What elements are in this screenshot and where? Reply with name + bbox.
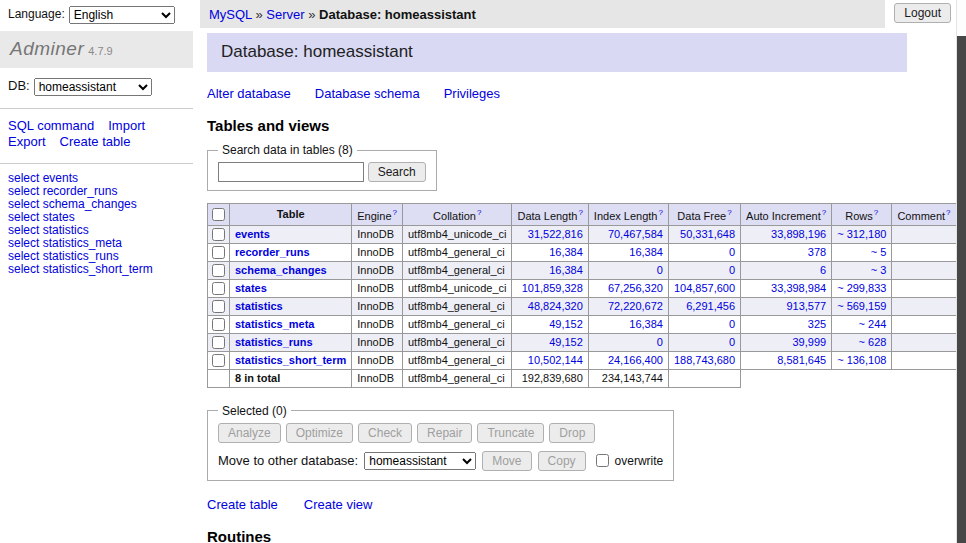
auto-increment-link[interactable]: 33,898,196 [771, 228, 826, 240]
index-length-link[interactable]: 16,384 [629, 246, 663, 258]
auto-increment-link[interactable]: 39,999 [793, 336, 827, 348]
table-name-link[interactable]: recorder_runs [235, 246, 310, 258]
auto-increment-link[interactable]: 378 [808, 246, 826, 258]
sidebar-table-link[interactable]: select schema_changes [8, 197, 137, 211]
sidebar-action-create-table[interactable]: Create table [60, 134, 131, 149]
index-length-link[interactable]: 72,220,672 [608, 300, 663, 312]
data-length-link[interactable]: 101,859,328 [522, 282, 583, 294]
data-length-link[interactable]: 31,522,816 [528, 228, 583, 240]
sidebar-table-link[interactable]: select statistics_meta [8, 236, 122, 250]
data-length-link[interactable]: 16,384 [549, 246, 583, 258]
rows-link[interactable]: ~ 3 [871, 264, 887, 276]
index-length-link[interactable]: 70,467,584 [608, 228, 663, 240]
column-help-link[interactable]: ? [874, 208, 878, 217]
check-button[interactable]: Check [358, 423, 412, 443]
rows-link[interactable]: ~ 244 [859, 318, 887, 330]
column-help-link[interactable]: ? [822, 208, 826, 217]
column-help-link[interactable]: ? [727, 208, 731, 217]
copy-button[interactable]: Copy [538, 451, 586, 471]
db-select[interactable]: homeassistant [34, 78, 152, 96]
row-checkbox[interactable] [212, 228, 225, 241]
column-help-link[interactable]: ? [658, 208, 662, 217]
column-help-link[interactable]: ? [946, 208, 950, 217]
data-free-link[interactable]: 0 [729, 336, 735, 348]
search-button[interactable]: Search [368, 162, 426, 182]
overwrite-checkbox[interactable] [596, 454, 609, 467]
auto-increment-link[interactable]: 913,577 [786, 300, 826, 312]
table-name-link[interactable]: statistics [235, 300, 283, 312]
data-free-link[interactable]: 0 [729, 264, 735, 276]
data-length-link[interactable]: 10,502,144 [528, 354, 583, 366]
privileges-link[interactable]: Privileges [444, 86, 500, 101]
table-name-link[interactable]: statistics_meta [235, 318, 315, 330]
table-name-link[interactable]: schema_changes [235, 264, 327, 276]
data-length-link[interactable]: 48,824,320 [528, 300, 583, 312]
sidebar-table-link[interactable]: select recorder_runs [8, 184, 117, 198]
rows-link[interactable]: ~ 5 [871, 246, 887, 258]
sidebar-table-link[interactable]: select statistics_short_term [8, 262, 153, 276]
row-checkbox[interactable] [212, 282, 225, 295]
sidebar-action-sql-command[interactable]: SQL command [8, 118, 94, 133]
row-checkbox[interactable] [212, 336, 225, 349]
sidebar-table-link[interactable]: select statistics [8, 223, 89, 237]
data-length-link[interactable]: 49,152 [549, 336, 583, 348]
sidebar-table-link[interactable]: select states [8, 210, 75, 224]
sidebar-table-link[interactable]: select events [8, 171, 78, 185]
scrollbar[interactable] [956, 0, 966, 543]
table-name-link[interactable]: states [235, 282, 267, 294]
data-free-link[interactable]: 188,743,680 [674, 354, 735, 366]
data-length-link[interactable]: 16,384 [549, 264, 583, 276]
data-length-link[interactable]: 49,152 [549, 318, 583, 330]
column-help-link[interactable]: ? [578, 208, 582, 217]
language-select[interactable]: English [69, 6, 175, 24]
row-checkbox[interactable] [212, 246, 225, 259]
breadcrumb-link-server[interactable]: Server [266, 7, 304, 22]
table-name-link[interactable]: statistics_short_term [235, 354, 346, 366]
rows-link[interactable]: ~ 312,180 [837, 228, 886, 240]
table-name-link[interactable]: events [235, 228, 270, 240]
select-all-checkbox[interactable] [212, 208, 225, 221]
auto-increment-link[interactable]: 325 [808, 318, 826, 330]
row-checkbox[interactable] [212, 300, 225, 313]
scrollbar-thumb[interactable] [957, 36, 966, 543]
logout-button[interactable]: Logout [894, 3, 951, 23]
data-free-link[interactable]: 6,291,456 [686, 300, 735, 312]
row-checkbox[interactable] [212, 264, 225, 277]
rows-link[interactable]: ~ 299,833 [837, 282, 886, 294]
data-free-link[interactable]: 0 [729, 318, 735, 330]
rows-link[interactable]: ~ 136,108 [837, 354, 886, 366]
analyze-button[interactable]: Analyze [218, 423, 281, 443]
create-view-link[interactable]: Create view [304, 497, 373, 512]
database-schema-link[interactable]: Database schema [315, 86, 420, 101]
column-help-link[interactable]: ? [477, 208, 481, 217]
row-checkbox[interactable] [212, 318, 225, 331]
rows-link[interactable]: ~ 569,159 [837, 300, 886, 312]
sidebar-table-link[interactable]: select statistics_runs [8, 249, 119, 263]
data-free-link[interactable]: 0 [729, 246, 735, 258]
move-button[interactable]: Move [482, 451, 531, 471]
index-length-link[interactable]: 16,384 [629, 318, 663, 330]
column-help-link[interactable]: ? [393, 208, 397, 217]
move-db-select[interactable]: homeassistant [364, 452, 476, 470]
auto-increment-link[interactable]: 33,398,984 [771, 282, 826, 294]
rows-link[interactable]: ~ 628 [859, 336, 887, 348]
sidebar-action-export[interactable]: Export [8, 134, 46, 149]
auto-increment-link[interactable]: 6 [820, 264, 826, 276]
sidebar-action-import[interactable]: Import [108, 118, 145, 133]
table-name-link[interactable]: statistics_runs [235, 336, 313, 348]
breadcrumb-link-mysql[interactable]: MySQL [209, 7, 252, 22]
data-free-link[interactable]: 104,857,600 [674, 282, 735, 294]
app-logo[interactable]: Adminer [10, 38, 84, 59]
index-length-link[interactable]: 0 [657, 264, 663, 276]
data-free-link[interactable]: 50,331,648 [680, 228, 735, 240]
search-input[interactable] [218, 162, 364, 182]
alter-database-link[interactable]: Alter database [207, 86, 291, 101]
repair-button[interactable]: Repair [417, 423, 472, 443]
row-checkbox[interactable] [212, 354, 225, 367]
index-length-link[interactable]: 67,256,320 [608, 282, 663, 294]
index-length-link[interactable]: 24,166,400 [608, 354, 663, 366]
auto-increment-link[interactable]: 8,581,645 [777, 354, 826, 366]
index-length-link[interactable]: 0 [657, 336, 663, 348]
create-table-link[interactable]: Create table [207, 497, 278, 512]
truncate-button[interactable]: Truncate [477, 423, 544, 443]
